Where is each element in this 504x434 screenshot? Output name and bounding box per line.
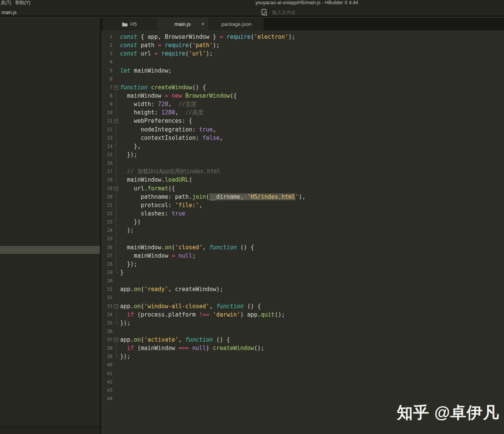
tab-package-json[interactable]: package.json — [209, 18, 264, 30]
code-line[interactable]: 14 }, — [101, 142, 504, 150]
explorer-selected-row[interactable] — [0, 246, 100, 254]
code-line[interactable]: 4 — [101, 58, 504, 66]
code-line[interactable]: 21 protocol: 'file:', — [101, 201, 504, 209]
code-line[interactable]: 30 — [101, 277, 504, 285]
code-line[interactable]: 40 — [101, 361, 504, 369]
code-line[interactable]: 11 webPreferences: { — [101, 117, 504, 125]
tab-label: main.js — [174, 21, 191, 27]
code-text: mainWindow.on('closed', function () { — [120, 243, 254, 252]
file-search-box[interactable] — [261, 8, 337, 17]
code-line[interactable]: 41 — [101, 369, 504, 378]
fold-guide — [113, 285, 120, 293]
fold-guide — [113, 193, 120, 201]
code-line[interactable]: 28 }); — [101, 260, 504, 268]
fold-guide — [113, 394, 120, 403]
code-line[interactable]: 19 url.format({ — [101, 184, 504, 193]
fold-guide — [113, 33, 120, 41]
code-line[interactable]: 22 slashes: true — [101, 209, 504, 218]
fold-guide — [113, 369, 120, 378]
code-line[interactable]: 33app.on('window-all-closed', function (… — [101, 302, 504, 310]
code-line[interactable]: 35}); — [101, 319, 504, 327]
line-number: 27 — [101, 252, 113, 260]
editor-tab-bar: H5main.js×package.json — [100, 18, 504, 30]
menu-tool[interactable]: 具(T) — [1, 0, 11, 5]
code-line[interactable]: 27 mainWindow = null; — [101, 252, 504, 260]
tab-h5[interactable]: H5 — [103, 18, 156, 30]
fold-guide — [113, 260, 120, 268]
code-line[interactable]: 29} — [101, 268, 504, 277]
hbuilderx-window: 具(T) 帮助(Y) youyacao-ai-uniapp/H5/main.js… — [0, 0, 504, 434]
fold-toggle-icon[interactable] — [113, 83, 120, 92]
fold-guide — [113, 150, 120, 159]
code-line[interactable]: 36 — [101, 327, 504, 336]
line-number: 6 — [101, 75, 113, 83]
tab-main-js[interactable]: main.js× — [157, 18, 209, 30]
line-number: 20 — [101, 193, 113, 201]
code-text: function createWindow() { — [120, 83, 206, 92]
code-line[interactable]: 1const { app, BrowserWindow } = require(… — [101, 33, 504, 41]
code-line[interactable]: 2const path = require('path'); — [101, 41, 504, 49]
code-line[interactable]: 23 }) — [101, 218, 504, 226]
fold-guide — [113, 142, 120, 150]
code-line[interactable]: 43 — [101, 386, 504, 394]
code-text: }) — [120, 218, 141, 226]
code-text: nodeIntegration: true, — [120, 125, 216, 134]
code-line[interactable]: 38 if (mainWindow === null) createWindow… — [101, 344, 504, 352]
menu-help[interactable]: 帮助(Y) — [15, 0, 30, 5]
line-number: 22 — [101, 209, 113, 218]
fold-toggle-icon[interactable] — [113, 184, 120, 193]
fold-toggle-icon[interactable] — [113, 302, 120, 310]
fold-guide — [113, 378, 120, 386]
code-line[interactable]: 26 mainWindow.on('closed', function () { — [101, 243, 504, 252]
code-line[interactable]: 5let mainWindow; — [101, 67, 504, 75]
code-text: url.format({ — [120, 184, 175, 193]
code-line[interactable]: 34 if (process.platform !== 'darwin') ap… — [101, 310, 504, 319]
line-number: 1 — [101, 33, 113, 41]
code-line[interactable]: 37app.on('activate', function () { — [101, 336, 504, 344]
code-line[interactable]: 9 width: 720, //宽度 — [101, 100, 504, 108]
code-text: const path = require('path'); — [120, 41, 220, 49]
code-line[interactable]: 10 height: 1280, //高度 — [101, 108, 504, 117]
line-number: 43 — [101, 386, 113, 394]
fold-guide — [113, 386, 120, 394]
code-line[interactable]: 12 nodeIntegration: true, — [101, 125, 504, 134]
search-input[interactable] — [272, 10, 337, 15]
fold-toggle-icon[interactable] — [113, 336, 120, 344]
line-number: 10 — [101, 108, 113, 117]
code-line[interactable]: 8 mainWindow = new BrowserWindow({ — [101, 92, 504, 100]
fold-toggle-icon[interactable] — [113, 117, 120, 125]
code-line[interactable]: 25 — [101, 234, 504, 243]
code-lines[interactable]: 1const { app, BrowserWindow } = require(… — [101, 33, 504, 403]
close-tab-icon[interactable]: × — [201, 21, 204, 27]
code-line[interactable]: 18 mainWindow.loadURL( — [101, 176, 504, 184]
fold-guide — [113, 134, 120, 142]
code-line[interactable]: 20 pathname: path.join(__dirname,·'H5/in… — [101, 193, 504, 201]
code-line[interactable]: 6 — [101, 75, 504, 83]
code-line[interactable]: 24 ); — [101, 226, 504, 234]
code-line[interactable]: 15 }); — [101, 150, 504, 159]
code-line[interactable]: 32 — [101, 293, 504, 302]
code-line[interactable]: 17 // 加载UniApp应用的index.html — [101, 167, 504, 176]
fold-guide — [113, 226, 120, 234]
search-file-icon — [261, 9, 268, 16]
code-line[interactable]: 3const url = require('url'); — [101, 49, 504, 58]
code-text: app.on('window-all-closed', function () … — [120, 302, 261, 310]
line-number: 34 — [101, 310, 113, 319]
code-line[interactable]: 31app.on('ready', createWindow); — [101, 285, 504, 293]
fold-guide — [113, 49, 120, 58]
line-number: 7 — [101, 83, 113, 92]
code-line[interactable]: 7function createWindow() { — [101, 83, 504, 92]
code-line[interactable]: 13 contextIsolation: false, — [101, 134, 504, 142]
line-number: 17 — [101, 167, 113, 176]
line-number: 37 — [101, 336, 113, 344]
code-line[interactable]: 44 — [101, 394, 504, 403]
code-editor[interactable]: 1const { app, BrowserWindow } = require(… — [101, 30, 504, 434]
code-line[interactable]: 39}); — [101, 352, 504, 361]
code-line[interactable]: 16 — [101, 159, 504, 167]
line-number: 24 — [101, 226, 113, 234]
code-line[interactable]: 42 — [101, 378, 504, 386]
fold-guide — [113, 176, 120, 184]
line-number: 19 — [101, 184, 113, 193]
line-number: 16 — [101, 159, 113, 167]
code-text: // 加载UniApp应用的index.html — [120, 167, 221, 176]
